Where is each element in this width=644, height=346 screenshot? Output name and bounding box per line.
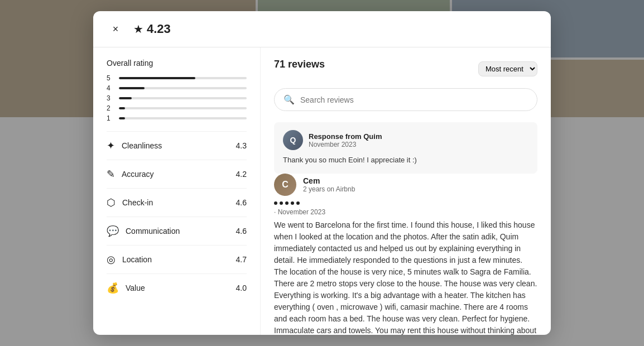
close-button[interactable]: × bbox=[107, 20, 124, 38]
category-row-check-in: ⬡ Check-in 4.6 bbox=[107, 188, 247, 217]
rating-dot bbox=[296, 201, 300, 205]
top-response-block: Q Response from Quim November 2023 Thank… bbox=[274, 122, 537, 174]
category-left: 💰 Value bbox=[107, 282, 145, 294]
bar-label: 5 bbox=[107, 74, 114, 82]
category-label: Cleanliness bbox=[122, 141, 162, 150]
category-label: Check-in bbox=[122, 198, 153, 207]
bar-fill bbox=[119, 107, 125, 109]
category-score: 4.7 bbox=[236, 255, 247, 264]
rating-bar-row: 1 bbox=[107, 114, 247, 122]
bar-fill bbox=[119, 77, 195, 79]
rating-bar-row: 3 bbox=[107, 94, 247, 102]
bar-track bbox=[119, 107, 247, 109]
response-header: Q Response from Quim November 2023 bbox=[283, 130, 528, 150]
category-label: Location bbox=[122, 255, 152, 264]
response-info: Response from Quim November 2023 bbox=[309, 132, 382, 148]
reviews-modal: × ★ 4.23 Overall rating 5 4 3 bbox=[93, 11, 551, 335]
bar-track bbox=[119, 117, 247, 119]
category-label: Communication bbox=[126, 227, 180, 236]
overall-rating-number: 4.23 bbox=[147, 22, 171, 36]
review-text: We went to Barcelona for the first time.… bbox=[274, 219, 537, 335]
rating-bar-row: 2 bbox=[107, 104, 247, 112]
rating-dot bbox=[285, 201, 289, 205]
overall-rating-label: Overall rating bbox=[107, 59, 247, 68]
search-bar: 🔍 bbox=[274, 88, 537, 111]
category-rows: ✦ Cleanliness 4.3 ✎ Accuracy 4.2 ⬡ Check… bbox=[107, 131, 247, 302]
category-icon: ⬡ bbox=[107, 196, 116, 209]
category-icon: ✦ bbox=[107, 140, 115, 152]
rating-bar-row: 4 bbox=[107, 84, 247, 92]
response-name: Response from Quim bbox=[309, 132, 382, 141]
left-panel: Overall rating 5 4 3 2 1 ✦ bbox=[93, 47, 261, 335]
response-date: November 2023 bbox=[309, 141, 382, 148]
rating-bars: 5 4 3 2 1 bbox=[107, 74, 247, 122]
rating-dot bbox=[280, 201, 283, 205]
reviewer-info: Cem 2 years on Airbnb bbox=[303, 176, 355, 193]
category-score: 4.0 bbox=[236, 283, 247, 292]
rating-dots bbox=[274, 201, 537, 205]
modal-body: Overall rating 5 4 3 2 1 ✦ bbox=[93, 47, 551, 335]
category-row-location: ◎ Location 4.7 bbox=[107, 245, 247, 273]
category-row-cleanliness: ✦ Cleanliness 4.3 bbox=[107, 131, 247, 160]
category-icon: ◎ bbox=[107, 253, 116, 266]
modal-title-area: ★ 4.23 bbox=[133, 22, 171, 36]
right-panel: 71 reviews Most recent 🔍 Q Response from… bbox=[261, 47, 551, 335]
bar-label: 3 bbox=[107, 94, 114, 102]
reviewer-meta: 2 years on Airbnb bbox=[303, 185, 355, 193]
category-left: ⬡ Check-in bbox=[107, 196, 153, 209]
rating-dot bbox=[274, 201, 277, 205]
modal-overlay: × ★ 4.23 Overall rating 5 4 3 bbox=[0, 0, 644, 346]
response-avatar: Q bbox=[283, 130, 303, 150]
bar-label: 1 bbox=[107, 114, 114, 122]
reviewer-avatar: C bbox=[274, 174, 296, 196]
bar-label: 4 bbox=[107, 84, 114, 92]
bar-label: 2 bbox=[107, 104, 114, 112]
search-icon: 🔍 bbox=[283, 94, 295, 105]
category-left: ✦ Cleanliness bbox=[107, 140, 162, 152]
bar-fill bbox=[119, 97, 132, 99]
category-icon: 💬 bbox=[107, 225, 119, 237]
category-icon: ✎ bbox=[107, 168, 115, 180]
reviews-count: 71 reviews bbox=[274, 59, 325, 70]
star-icon: ★ bbox=[133, 22, 143, 36]
rating-bar-row: 5 bbox=[107, 74, 247, 82]
bar-track bbox=[119, 97, 247, 99]
sort-dropdown[interactable]: Most recent bbox=[478, 61, 537, 76]
response-text: Thank you so much Eoin! I appreciate it … bbox=[283, 155, 528, 166]
reviews-list: Q Response from Quim November 2023 Thank… bbox=[274, 122, 537, 335]
modal-header: × ★ 4.23 bbox=[93, 11, 551, 47]
reviewer-header: C Cem 2 years on Airbnb bbox=[274, 174, 537, 196]
bar-fill bbox=[119, 87, 145, 89]
category-label: Value bbox=[126, 283, 145, 292]
star-badge: ★ 4.23 bbox=[133, 22, 171, 36]
category-score: 4.6 bbox=[236, 198, 247, 207]
category-row-value: 💰 Value 4.0 bbox=[107, 273, 247, 302]
review-date: · November 2023 bbox=[274, 208, 537, 216]
search-input[interactable] bbox=[300, 95, 528, 104]
category-row-accuracy: ✎ Accuracy 4.2 bbox=[107, 160, 247, 188]
category-row-communication: 💬 Communication 4.6 bbox=[107, 217, 247, 245]
review-item: C Cem 2 years on Airbnb · November 2023 … bbox=[274, 174, 537, 335]
category-score: 4.6 bbox=[236, 227, 247, 236]
category-left: 💬 Communication bbox=[107, 225, 180, 237]
category-left: ✎ Accuracy bbox=[107, 168, 154, 180]
bar-track bbox=[119, 77, 247, 79]
category-icon: 💰 bbox=[107, 282, 119, 294]
category-label: Accuracy bbox=[122, 170, 154, 179]
category-score: 4.2 bbox=[236, 170, 247, 179]
bar-track bbox=[119, 87, 247, 89]
category-score: 4.3 bbox=[236, 141, 247, 150]
category-left: ◎ Location bbox=[107, 253, 152, 266]
bar-fill bbox=[119, 117, 125, 119]
rating-dot bbox=[291, 201, 294, 205]
reviewer-name: Cem bbox=[303, 176, 355, 185]
